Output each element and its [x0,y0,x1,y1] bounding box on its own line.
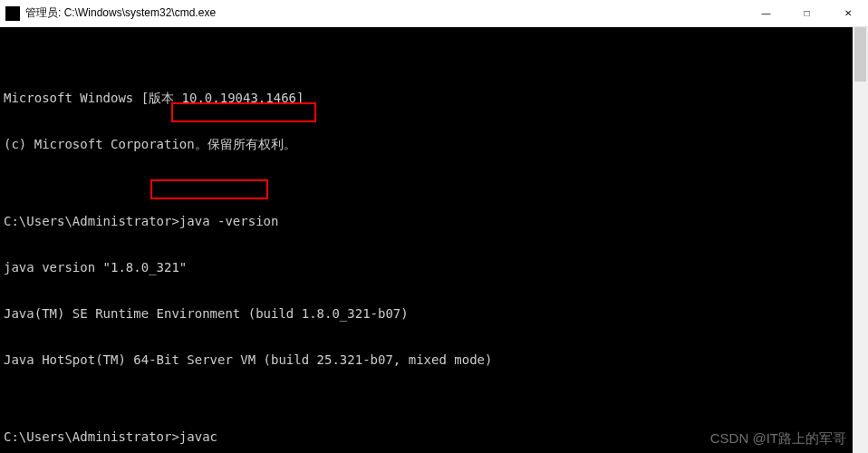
vertical-scrollbar[interactable] [853,27,868,453]
prompt-line: C:\Users\Administrator>java -version [4,214,864,229]
close-button[interactable]: ✕ [827,0,868,26]
maximize-button[interactable]: □ [786,0,827,26]
window-title: 管理员: C:\Windows\system32\cmd.exe [25,5,746,21]
output-line: Java(TM) SE Runtime Environment (build 1… [4,306,864,322]
scrollbar-thumb[interactable] [854,27,866,82]
output-line: (c) Microsoft Corporation。保留所有权利。 [4,137,864,152]
minimize-button[interactable]: — [746,0,786,26]
terminal-area[interactable]: Microsoft Windows [版本 10.0.19043.1466] (… [0,27,868,453]
window-controls: — □ ✕ [746,0,868,26]
output-line: Java HotSpot(TM) 64-Bit Server VM (build… [4,352,864,368]
output-line: Microsoft Windows [版本 10.0.19043.1466] [4,91,864,106]
cmd-icon [5,6,20,21]
output-line: java version "1.8.0_321" [4,260,864,275]
watermark: CSDN @IT路上的军哥 [710,430,846,448]
highlight-box-2 [150,179,268,199]
title-bar: 管理员: C:\Windows\system32\cmd.exe — □ ✕ [0,0,868,27]
